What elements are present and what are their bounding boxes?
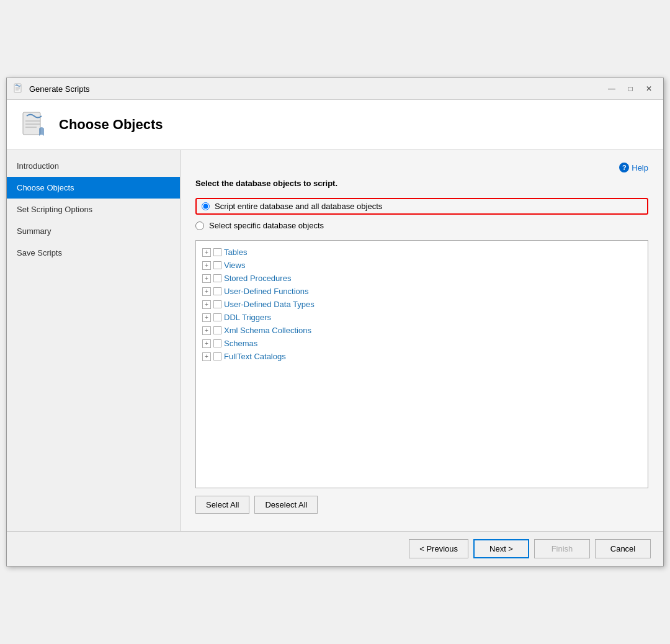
tree-item-label: DDL Triggers [224,313,271,322]
radio-label-entire: Script entire database and all database … [215,202,382,211]
sidebar: Introduction Choose Objects Set Scriptin… [7,150,181,531]
next-button[interactable]: Next > [473,539,529,558]
maximize-button[interactable]: □ [622,82,638,96]
radio-select-specific[interactable] [195,221,204,230]
tree-expand-icon[interactable]: + [202,261,211,270]
object-tree[interactable]: +Tables+Views+Stored Procedures+User-Def… [195,240,648,488]
select-buttons-row: Select All Deselect All [195,496,648,514]
finish-button[interactable]: Finish [534,539,590,558]
sidebar-item-summary[interactable]: Summary [7,220,180,242]
tree-item[interactable]: +Schemas [199,337,645,350]
tree-item-label: Schemas [224,339,257,348]
help-link[interactable]: ? Help [619,163,648,172]
tree-checkbox[interactable] [213,313,221,321]
close-button[interactable]: ✕ [641,82,657,96]
window-title: Generate Scripts [29,84,90,94]
tree-checkbox[interactable] [213,352,221,360]
select-all-button[interactable]: Select All [195,496,249,514]
tree-item[interactable]: +DDL Triggers [199,311,645,324]
previous-button[interactable]: < Previous [409,539,468,558]
tree-item-label: Stored Procedures [224,274,291,283]
tree-expand-icon[interactable]: + [202,352,211,361]
tree-item[interactable]: +Tables [199,246,645,259]
tree-expand-icon[interactable]: + [202,274,211,283]
title-bar-left: Generate Scripts [13,83,90,94]
tree-checkbox[interactable] [213,326,221,334]
title-bar: Generate Scripts — □ ✕ [7,78,663,100]
main-content: ? Help Select the database objects to sc… [181,150,663,531]
tree-item[interactable]: +FullText Catalogs [199,350,645,363]
tree-expand-icon[interactable]: + [202,313,211,322]
tree-item[interactable]: +Xml Schema Collections [199,324,645,337]
tree-item[interactable]: +User-Defined Data Types [199,298,645,311]
help-row: ? Help [195,163,648,172]
tree-item-label: Views [224,261,245,270]
tree-item[interactable]: +Views [199,259,645,272]
tree-expand-icon[interactable]: + [202,300,211,309]
radio-label-specific: Select specific database objects [209,221,324,230]
radio-group: Script entire database and all database … [195,198,648,230]
wizard-icon [19,110,49,140]
sidebar-item-set-scripting-options[interactable]: Set Scripting Options [7,199,180,220]
tree-item[interactable]: +Stored Procedures [199,272,645,285]
tree-expand-icon[interactable]: + [202,287,211,296]
tree-item-label: User-Defined Functions [224,287,309,296]
tree-expand-icon[interactable]: + [202,248,211,257]
sidebar-item-introduction[interactable]: Introduction [7,155,180,177]
tree-checkbox[interactable] [213,248,221,256]
radio-option-specific[interactable]: Select specific database objects [195,221,648,230]
generate-scripts-window: Generate Scripts — □ ✕ Choose Objects In… [6,78,664,566]
radio-option-entire[interactable]: Script entire database and all database … [195,198,648,215]
tree-expand-icon[interactable]: + [202,339,211,348]
tree-item-label: Xml Schema Collections [224,326,311,335]
tree-item-label: User-Defined Data Types [224,300,315,309]
tree-checkbox[interactable] [213,274,221,282]
app-icon [13,83,24,94]
tree-item[interactable]: +User-Defined Functions [199,285,645,298]
tree-item-label: Tables [224,248,248,257]
sidebar-item-choose-objects[interactable]: Choose Objects [7,177,180,199]
help-icon: ? [619,163,629,172]
tree-checkbox[interactable] [213,339,221,347]
tree-expand-icon[interactable]: + [202,326,211,335]
cancel-button[interactable]: Cancel [595,539,651,558]
svg-rect-4 [23,112,40,135]
tree-item-label: FullText Catalogs [224,352,286,361]
wizard-body: Introduction Choose Objects Set Scriptin… [7,150,663,531]
deselect-all-button[interactable]: Deselect All [254,496,318,514]
page-title: Choose Objects [59,117,163,133]
tree-checkbox[interactable] [213,261,221,269]
sidebar-item-save-scripts[interactable]: Save Scripts [7,242,180,264]
radio-script-entire[interactable] [202,202,210,210]
section-title: Select the database objects to script. [195,179,648,188]
title-bar-controls: — □ ✕ [604,82,657,96]
wizard-footer: < Previous Next > Finish Cancel [7,531,663,566]
tree-checkbox[interactable] [213,287,221,295]
minimize-button[interactable]: — [604,82,620,96]
tree-checkbox[interactable] [213,300,221,308]
wizard-header: Choose Objects [7,100,663,150]
